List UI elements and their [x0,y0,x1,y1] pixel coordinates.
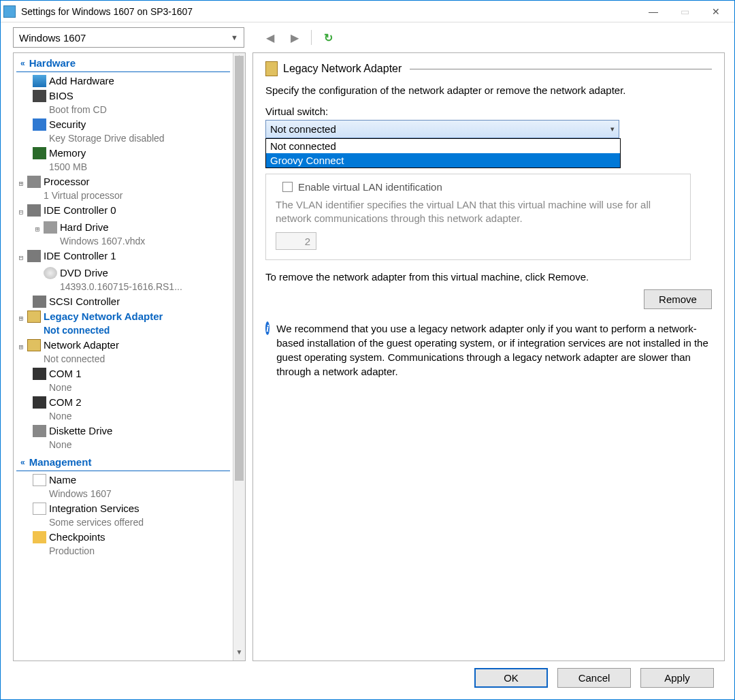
nic-icon [265,61,278,76]
virtual-switch-options: Not connected Groovy Connect [265,138,621,168]
collapse-icon: « [20,59,25,68]
scroll-down-icon[interactable]: ▼ [233,648,245,661]
switch-option-not-connected[interactable]: Not connected [266,139,620,153]
apply-button[interactable]: Apply [640,668,714,688]
tree-scrollbar[interactable]: ▲ ▼ [233,53,245,661]
nav-forward-button[interactable]: ▶ [285,28,304,47]
panel-title: Legacy Network Adapter [283,63,402,75]
expand-icon[interactable]: ⊞ [33,223,42,236]
expand-icon[interactable]: ⊞ [16,340,26,354]
tree-security[interactable]: Security Key Storage Drive disabled [14,117,233,146]
integration-icon [33,503,46,515]
tree-ide0-hd[interactable]: ⊞ Hard Drive Windows 1607.vhdx [14,220,233,249]
virtual-switch-value: Not connected [270,123,336,135]
toolbar: Windows 1607 ▼ ◀ ▶ ↻ [1,22,734,52]
collapse-icon[interactable]: ⊟ [16,206,26,219]
cancel-button[interactable]: Cancel [557,668,631,688]
remove-button[interactable]: Remove [644,289,712,309]
monitor-icon [33,75,46,87]
tree-legacy-nic[interactable]: ⊞ Legacy Network Adapter Not connected [14,309,233,338]
section-hardware[interactable]: « Hardware [16,54,230,72]
switch-option-groovy-connect[interactable]: Groovy Connect [266,153,620,168]
minimize-button[interactable]: — [638,1,669,22]
app-icon [3,5,16,18]
settings-panel: Legacy Network Adapter Specify the confi… [252,52,725,661]
nic-icon [27,311,41,323]
window-title: Settings for Windows 1607 on SP3-1607 [21,6,638,17]
vlan-description: The VLAN identifier specifies the virtua… [276,198,681,225]
vlan-group: Enable virtual LAN identification The VL… [265,174,691,260]
ok-button[interactable]: OK [474,668,548,688]
settings-tree: « Hardware Add Hardware BIOS Boot from C… [13,52,246,661]
tree-checkpoints[interactable]: Checkpoints Production [14,530,233,558]
panel-intro: Specify the configuration of the network… [265,84,712,96]
collapse-icon: « [20,458,25,467]
tree-scsi[interactable]: SCSI Controller [14,294,233,309]
expand-icon[interactable]: ⊞ [16,177,26,191]
tree-ide0[interactable]: ⊟ IDE Controller 0 [14,203,233,220]
virtual-switch-dropdown[interactable]: Not connected ▾ Not connected Groovy Con… [265,120,619,138]
dialog-footer: OK Cancel Apply [1,661,734,699]
nav-back-button[interactable]: ◀ [261,28,280,47]
scroll-thumb[interactable] [235,56,244,481]
chip-icon [33,90,46,102]
chevron-down-icon: ▼ [231,33,238,42]
info-icon: i [265,321,270,335]
shield-icon [33,118,46,131]
chevron-down-icon: ▾ [610,125,615,133]
expand-icon[interactable]: ⊞ [16,312,26,325]
tree-com2[interactable]: COM 2 None [14,395,233,424]
remove-description: To remove the network adapter from this … [265,271,712,283]
enable-vlan-checkbox[interactable] [282,182,293,192]
com-port-icon [33,368,46,380]
vlan-id-input[interactable]: 2 [276,232,316,250]
scsi-icon [33,296,46,308]
virtual-switch-label: Virtual switch: [265,106,712,117]
tree-ide1-dvd[interactable]: DVD Drive 14393.0.160715-1616.RS1... [14,266,233,294]
tree-ide1[interactable]: ⊟ IDE Controller 1 [14,249,233,266]
vm-selector-value: Windows 1607 [19,32,86,44]
name-icon [33,474,46,486]
tree-bios[interactable]: BIOS Boot from CD [14,89,233,117]
memory-icon [33,147,46,159]
tree-com1[interactable]: COM 1 None [14,366,233,395]
collapse-icon[interactable]: ⊟ [16,251,26,265]
dvd-icon [44,267,57,279]
tree-diskette[interactable]: Diskette Drive None [14,424,233,452]
tree-integration[interactable]: Integration Services Some services offer… [14,501,233,530]
tree-nic[interactable]: ⊞ Network Adapter Not connected [14,338,233,366]
nic-icon [27,339,41,351]
controller-icon [27,250,41,262]
vm-selector-dropdown[interactable]: Windows 1607 ▼ [13,27,244,48]
tree-add-hardware[interactable]: Add Hardware [14,74,233,89]
close-button[interactable]: ✕ [700,1,732,22]
diskette-icon [33,425,46,437]
tree-processor[interactable]: ⊞ Processor 1 Virtual processor [14,174,233,203]
section-management[interactable]: « Management [16,454,230,471]
checkpoint-icon [33,531,46,543]
info-text: We recommend that you use a legacy netwo… [276,321,712,379]
maximize-button[interactable]: ▭ [669,1,700,22]
titlebar: Settings for Windows 1607 on SP3-1607 — … [1,1,734,22]
refresh-button[interactable]: ↻ [318,28,338,47]
tree-memory[interactable]: Memory 1500 MB [14,146,233,174]
enable-vlan-label: Enable virtual LAN identification [298,181,442,193]
hard-drive-icon [44,221,57,234]
cpu-icon [27,176,41,188]
tree-name[interactable]: Name Windows 1607 [14,473,233,501]
com-port-icon [33,396,46,409]
controller-icon [27,204,41,217]
